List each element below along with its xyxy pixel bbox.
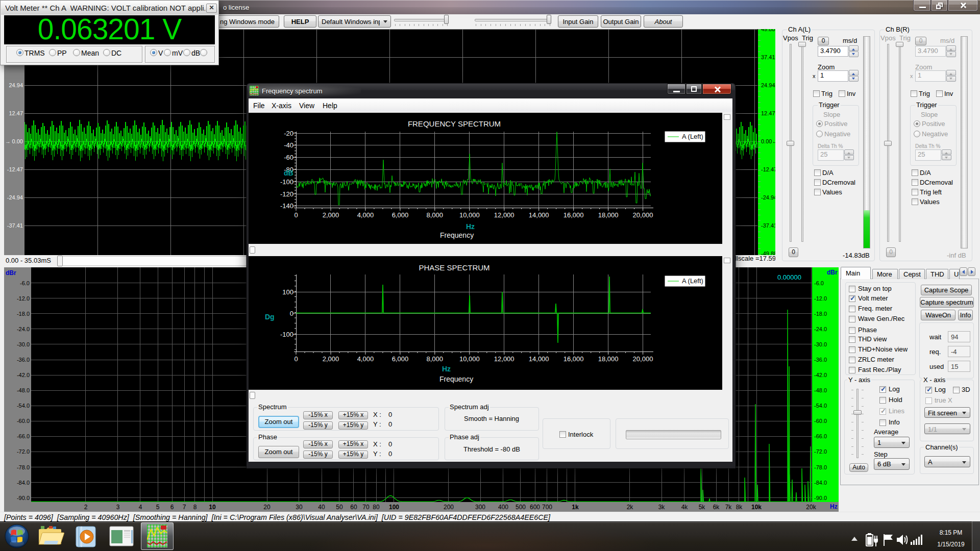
svg-text:8,000: 8,000 [427,211,444,219]
svg-text:2,000: 2,000 [323,211,339,219]
svg-text:10,000: 10,000 [459,211,480,219]
svg-text:-20: -20 [284,130,293,137]
svg-text:-140: -140 [280,202,293,210]
svg-text:PHASE SPECTRUM: PHASE SPECTRUM [419,263,489,272]
svg-text:-60: -60 [284,154,293,161]
svg-text:14,000: 14,000 [529,355,549,363]
svg-text:Frequency: Frequency [439,375,473,383]
svg-text:14,000: 14,000 [529,211,549,219]
svg-text:A (Left): A (Left) [682,133,703,140]
svg-text:Dg: Dg [265,313,275,321]
svg-text:6,000: 6,000 [392,355,409,363]
svg-text:100: 100 [282,288,293,296]
svg-text:-40: -40 [284,141,293,149]
svg-text:12,000: 12,000 [494,211,514,219]
svg-text:16,000: 16,000 [564,355,584,363]
svg-text:FREQUENCY SPECTRUM: FREQUENCY SPECTRUM [408,119,501,128]
svg-text:-100: -100 [280,331,293,338]
svg-text:Hz: Hz [442,365,451,373]
svg-text:4,000: 4,000 [357,211,374,219]
svg-text:Frequency: Frequency [440,231,474,239]
svg-text:2,000: 2,000 [323,355,339,363]
svg-text:4,000: 4,000 [357,355,374,363]
svg-text:-100: -100 [280,178,293,186]
svg-text:dB: dB [284,169,293,177]
svg-text:20,000: 20,000 [633,355,653,363]
svg-text:16,000: 16,000 [564,211,584,219]
svg-text:A (Left): A (Left) [682,277,703,285]
svg-text:0: 0 [294,355,298,363]
svg-text:6,000: 6,000 [392,211,409,219]
svg-text:0.00000: 0.00000 [777,273,801,281]
svg-text:20,000: 20,000 [633,211,653,219]
svg-text:Hz: Hz [466,222,475,231]
svg-text:18,000: 18,000 [598,355,619,363]
svg-text:-120: -120 [280,190,293,198]
svg-text:0: 0 [290,310,293,317]
svg-text:8,000: 8,000 [427,355,444,363]
svg-text:12,000: 12,000 [494,355,514,363]
svg-text:0: 0 [294,211,298,219]
svg-text:18,000: 18,000 [598,211,619,219]
svg-text:10,000: 10,000 [459,355,480,363]
